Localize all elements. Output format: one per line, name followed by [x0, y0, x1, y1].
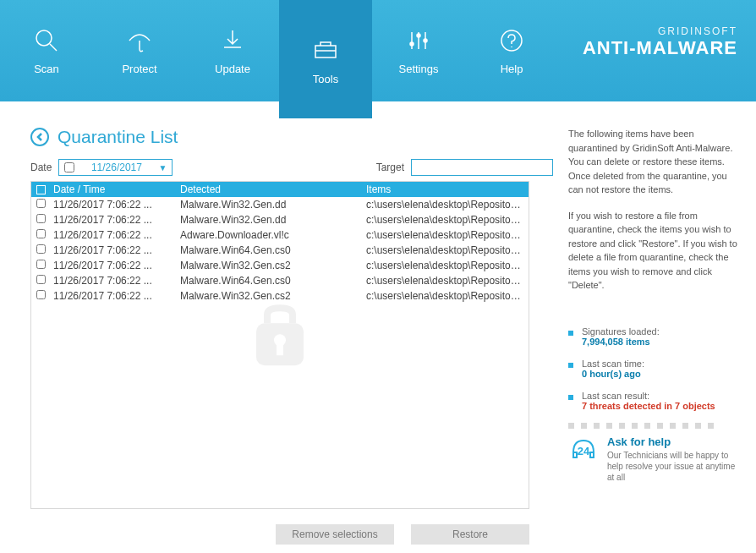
nav-label: Settings — [399, 63, 439, 75]
col-header-datetime[interactable]: Date / Time — [53, 183, 180, 195]
cell-detected: Malware.Win32.Gen.dd — [180, 214, 366, 226]
brand-line1: GRIDINSOFT — [583, 25, 737, 37]
table-body: 11/26/2017 7:06:22 ...Malware.Win32.Gen.… — [31, 197, 529, 304]
target-filter-input[interactable] — [411, 159, 553, 176]
cell-items: c:\users\elena\desktop\Repository_... — [366, 199, 529, 211]
stat-result: Last scan result: 7 threats detected in … — [568, 391, 741, 411]
nav-tools[interactable]: Tools — [279, 0, 372, 118]
cell-datetime: 11/26/2017 7:06:22 ... — [53, 275, 180, 287]
cell-datetime: 11/26/2017 7:06:22 ... — [53, 229, 180, 241]
col-header-detected[interactable]: Detected — [180, 183, 366, 195]
cell-items: c:\users\elena\desktop\Repository_... — [366, 275, 529, 287]
help-subtitle: Our Technicians will be happy to help re… — [607, 450, 741, 483]
headset-icon: 24 — [568, 435, 599, 466]
cell-detected: Malware.Win32.Gen.dd — [180, 199, 366, 211]
title-row: Quarantine List — [30, 127, 553, 147]
nav-protect[interactable]: Protect — [93, 0, 186, 101]
download-icon — [219, 27, 246, 54]
select-all-checkbox[interactable] — [36, 185, 46, 194]
bullet-icon — [568, 395, 573, 400]
table-row[interactable]: 11/26/2017 7:06:22 ...Malware.Win64.Gen.… — [31, 273, 529, 288]
nav-update[interactable]: Update — [186, 0, 279, 101]
left-panel: Quarantine List Date 11/26/2017 ▼ Target… — [0, 101, 553, 553]
table-row[interactable]: 11/26/2017 7:06:22 ...Malware.Win32.Gen.… — [31, 212, 529, 227]
toolbox-icon — [310, 34, 341, 64]
help-icon — [498, 27, 525, 54]
nav-label: Update — [215, 63, 250, 75]
nav-label: Help — [501, 63, 523, 75]
stat-value: 7,994,058 items — [582, 337, 660, 347]
cell-datetime: 11/26/2017 7:06:22 ... — [53, 214, 180, 226]
stat-signatures: Signatures loaded: 7,994,058 items — [568, 326, 741, 347]
svg-point-11 — [274, 334, 286, 346]
info-paragraph: The following items have been quarantine… — [568, 127, 741, 197]
help-title: Ask for help — [607, 435, 741, 448]
date-filter-label: Date — [30, 162, 52, 173]
row-checkbox[interactable] — [36, 199, 46, 208]
cell-datetime: 11/26/2017 7:06:22 ... — [53, 199, 180, 211]
cell-items: c:\users\elena\desktop\Repository_... — [366, 244, 529, 256]
date-filter-checkbox[interactable] — [64, 162, 74, 172]
svg-rect-12 — [277, 343, 283, 355]
stat-label: Last scan result: — [582, 391, 715, 401]
svg-point-0 — [36, 30, 52, 46]
row-checkbox[interactable] — [36, 244, 46, 254]
remove-selections-button[interactable]: Remove selections — [276, 524, 394, 545]
restore-button[interactable]: Restore — [411, 524, 529, 545]
svg-line-1 — [50, 44, 57, 51]
date-filter-combo[interactable]: 11/26/2017 ▼ — [58, 159, 173, 176]
table-row[interactable]: 11/26/2017 7:06:22 ...Adware.Downloader.… — [31, 227, 529, 243]
cell-detected: Malware.Win32.Gen.cs2 — [180, 290, 366, 302]
stat-last-scan: Last scan time: 0 hour(s) ago — [568, 359, 741, 379]
stat-label: Last scan time: — [582, 359, 644, 369]
filter-row: Date 11/26/2017 ▼ Target — [30, 159, 553, 176]
stat-label: Signatures loaded: — [582, 326, 660, 337]
nav-label: Scan — [34, 63, 59, 75]
search-icon — [33, 27, 60, 54]
svg-point-8 — [424, 39, 427, 42]
separator-dots — [568, 423, 741, 429]
row-checkbox[interactable] — [36, 214, 46, 223]
cell-datetime: 11/26/2017 7:06:22 ... — [53, 260, 180, 271]
brand: GRIDINSOFT ANTI-MALWARE — [583, 25, 737, 59]
umbrella-icon — [126, 27, 153, 54]
chevron-left-icon — [35, 132, 45, 142]
cell-items: c:\users\elena\desktop\Repository_... — [366, 290, 529, 302]
table-row[interactable]: 11/26/2017 7:06:22 ...Malware.Win32.Gen.… — [31, 258, 529, 273]
col-header-items[interactable]: Items — [366, 183, 529, 195]
svg-rect-2 — [315, 46, 336, 57]
right-panel: The following items have been quarantine… — [553, 101, 756, 553]
nav-settings[interactable]: Settings — [372, 0, 465, 101]
top-nav: Scan Protect Update Tools Settings Help … — [0, 0, 756, 101]
row-checkbox[interactable] — [36, 275, 46, 284]
stat-value: 0 hour(s) ago — [582, 369, 644, 379]
row-checkbox[interactable] — [36, 229, 46, 238]
back-button[interactable] — [30, 128, 49, 146]
svg-point-7 — [417, 34, 420, 37]
cell-detected: Malware.Win64.Gen.cs0 — [180, 275, 366, 287]
table-header: Date / Time Detected Items — [31, 182, 529, 197]
row-checkbox[interactable] — [36, 260, 46, 269]
nav-help[interactable]: Help — [465, 0, 558, 101]
table-row[interactable]: 11/26/2017 7:06:22 ...Malware.Win32.Gen.… — [31, 288, 529, 304]
nav-scan[interactable]: Scan — [0, 0, 93, 101]
stat-value: 7 threats detected in 7 objects — [582, 401, 715, 411]
action-buttons: Remove selections Restore — [30, 524, 529, 545]
stats: Signatures loaded: 7,994,058 items Last … — [568, 326, 741, 411]
nav-label: Protect — [122, 63, 156, 75]
ask-for-help[interactable]: 24 Ask for help Our Technicians will be … — [568, 435, 741, 483]
info-paragraph: If you wish to restore a file from quara… — [568, 209, 741, 293]
table-row[interactable]: 11/26/2017 7:06:22 ...Malware.Win64.Gen.… — [31, 243, 529, 258]
main: Quarantine List Date 11/26/2017 ▼ Target… — [0, 101, 756, 553]
cell-items: c:\users\elena\desktop\Repository_... — [366, 260, 529, 271]
quarantine-table: Date / Time Detected Items 11/26/2017 7:… — [30, 181, 529, 509]
table-row[interactable]: 11/26/2017 7:06:22 ...Malware.Win32.Gen.… — [31, 197, 529, 212]
cell-datetime: 11/26/2017 7:06:22 ... — [53, 244, 180, 256]
row-checkbox[interactable] — [36, 290, 46, 299]
sliders-icon — [405, 27, 432, 54]
svg-point-6 — [410, 42, 414, 46]
chevron-down-icon: ▼ — [158, 163, 167, 172]
cell-detected: Adware.Downloader.vl!c — [180, 229, 366, 241]
cell-items: c:\users\elena\desktop\Repository_... — [366, 229, 529, 241]
svg-rect-10 — [256, 323, 304, 365]
